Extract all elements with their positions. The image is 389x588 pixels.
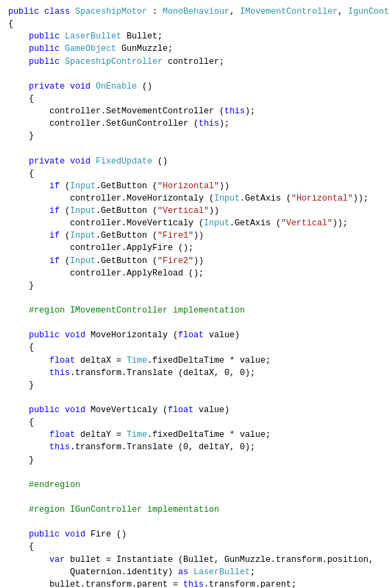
code-line: {	[5, 416, 389, 429]
code-line: }	[5, 130, 389, 142]
code-line: controller.ApplyFire ();	[5, 242, 389, 254]
code-line: public void MoveVerticaly (float value)	[5, 404, 389, 416]
code-line: this.transform.Translate (deltaX, 0, 0);	[5, 367, 389, 379]
code-line: {	[5, 341, 389, 354]
code-line	[5, 491, 389, 504]
code-line: controller.SetMovementController (this);	[5, 105, 389, 117]
code-line: bullet.transform.parent = this.transform…	[5, 578, 389, 588]
code-line: if (Input.GetButton ("Vertical"))	[5, 205, 389, 217]
code-line: controller.SetGunController (this);	[5, 117, 389, 130]
code-line: public LaserBullet Bullet;	[5, 30, 389, 43]
code-line	[5, 317, 389, 329]
code-line	[5, 516, 389, 528]
code-line: if (Input.GetButton ("Fire2"))	[5, 255, 389, 267]
code-line	[5, 68, 389, 80]
code-line: }	[5, 379, 389, 392]
code-line: {	[5, 168, 389, 180]
code-line: this.transform.Translate (0, deltaY, 0);	[5, 441, 389, 453]
code-line: public class SpaceshipMotor : MonoBehavi…	[5, 5, 389, 18]
code-line: if (Input.GetButton ("Fire1"))	[5, 229, 389, 242]
code-line: float deltaX = Time.fixedDeltaTime * val…	[5, 354, 389, 367]
code-line: public SpaceshipController controller;	[5, 56, 389, 68]
code-line: Quaternion.identity) as LaserBullet;	[5, 566, 389, 578]
code-line	[5, 142, 389, 155]
code-line: private void OnEnable ()	[5, 80, 389, 93]
code-line: float deltaY = Time.fixedDeltaTime * val…	[5, 429, 389, 441]
code-line	[5, 392, 389, 404]
code-line: public GameObject GunMuzzle;	[5, 43, 389, 55]
code-line: controller.MoveVerticaly (Input.GetAxis …	[5, 217, 389, 229]
code-line: controller.MoveHorizontaly (Input.GetAxi…	[5, 192, 389, 205]
code-line: }	[5, 280, 389, 292]
code-line: }	[5, 454, 389, 466]
code-line	[5, 466, 389, 479]
code-line: #region IGunController implementation	[5, 504, 389, 516]
code-line: #endregion	[5, 479, 389, 491]
code-line: public void Fire ()	[5, 528, 389, 541]
code-editor: public class SpaceshipMotor : MonoBehavi…	[5, 5, 389, 588]
code-line: controller.ApplyReload ();	[5, 267, 389, 280]
code-line: var bullet = Instantiate (Bullet, GunMuz…	[5, 554, 389, 566]
code-line	[5, 292, 389, 304]
code-line: {	[5, 541, 389, 553]
code-line: {	[5, 93, 389, 105]
code-line: if (Input.GetButton ("Horizontal"))	[5, 180, 389, 192]
code-line: {	[5, 18, 389, 30]
code-line: public void MoveHorizontaly (float value…	[5, 329, 389, 341]
code-line: #region IMovementController implementati…	[5, 304, 389, 317]
code-line: private void FixedUpdate ()	[5, 155, 389, 168]
